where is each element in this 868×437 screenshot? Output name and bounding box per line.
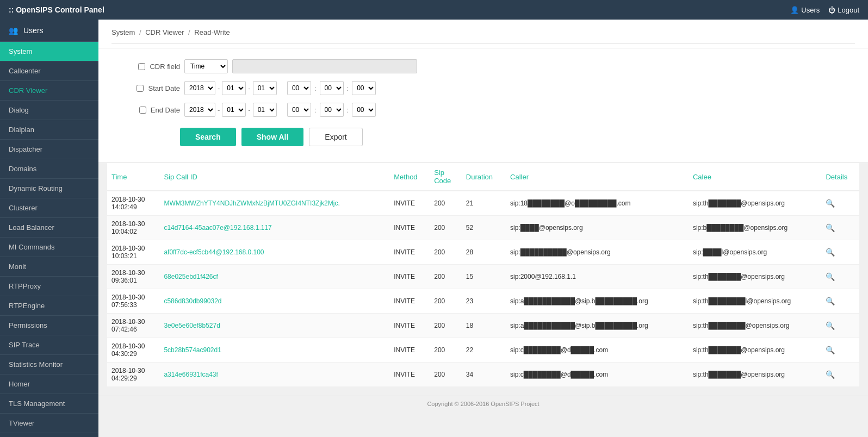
- sidebar-item-label: Domains: [9, 165, 36, 173]
- start-second-select[interactable]: 003059: [352, 81, 376, 95]
- end-colon-1: :: [314, 106, 317, 114]
- cell-caller: sip:██████████@opensips.org: [506, 240, 689, 265]
- cell-sip-code: 200: [430, 289, 462, 314]
- cell-details[interactable]: 🔍: [821, 265, 859, 289]
- sidebar-item-sip-trace[interactable]: SIP Trace: [0, 335, 98, 355]
- users-icon: 👤: [790, 6, 799, 14]
- sidebar-item-domains[interactable]: Domains: [0, 159, 98, 179]
- logout-link[interactable]: ⏻ Logout: [828, 6, 859, 14]
- breadcrumb-divider: [111, 43, 855, 43]
- search-button[interactable]: Search: [180, 128, 236, 146]
- details-icon[interactable]: 🔍: [826, 321, 835, 330]
- export-button[interactable]: Export: [309, 128, 362, 146]
- cdr-field-text-input[interactable]: [232, 59, 417, 73]
- cell-details[interactable]: 🔍: [821, 216, 859, 240]
- cell-sip-call-id[interactable]: a314e66931fca43f: [159, 363, 389, 387]
- details-icon[interactable]: 🔍: [826, 272, 835, 281]
- sidebar-item-permissions[interactable]: Permissions: [0, 316, 98, 335]
- cell-sip-call-id[interactable]: af0ff7dc-ecf5cb44@192.168.0.100: [159, 240, 389, 265]
- cell-sip-call-id[interactable]: c14d7164-45aac07e@192.168.1.117: [159, 216, 389, 240]
- cell-caller: sip:a███████████@sip.b█████████.org: [506, 314, 689, 338]
- end-second-select[interactable]: 0059: [352, 103, 376, 117]
- details-icon[interactable]: 🔍: [826, 248, 835, 257]
- sidebar-item-label: Statistics Monitor: [9, 360, 63, 369]
- start-date-part: 201820172016 - 01020304 05060708 0910111…: [184, 81, 376, 95]
- end-date-checkbox[interactable]: [139, 107, 146, 114]
- cell-details[interactable]: 🔍: [821, 191, 859, 216]
- users-link[interactable]: 👤 Users: [790, 6, 820, 14]
- details-icon[interactable]: 🔍: [826, 199, 835, 208]
- breadcrumb-part-1: System: [111, 28, 135, 36]
- sidebar-item-dynamic-routing[interactable]: Dynamic Routing: [0, 179, 98, 198]
- start-hour-select[interactable]: 00011223: [287, 81, 311, 95]
- table-row: 2018-10-30 14:02:49 MWM3MWZhYTY4NDJhZWMx…: [107, 191, 859, 216]
- cell-caller: sip:c████████@d█████.com: [506, 338, 689, 363]
- start-colon-2: :: [347, 84, 349, 92]
- sidebar-item-label: MI Commands: [9, 243, 55, 251]
- cell-sip-call-id[interactable]: 5cb28b574ac902d1: [159, 338, 389, 363]
- start-sep-1: -: [218, 84, 220, 92]
- sidebar-item-cdr-viewer[interactable]: CDR Viewer: [0, 81, 98, 101]
- start-month-select[interactable]: 01020304 05060708 09101112: [222, 81, 246, 95]
- sidebar-item-label: Dialplan: [9, 126, 34, 134]
- sidebar-users-header[interactable]: 👥 Users: [0, 20, 98, 42]
- start-year-select[interactable]: 201820172016: [184, 81, 215, 95]
- cell-duration: 28: [462, 240, 506, 265]
- end-hour-select[interactable]: 0023: [287, 103, 311, 117]
- cell-details[interactable]: 🔍: [821, 363, 859, 387]
- cell-sip-call-id[interactable]: 3e0e5e60ef8b527d: [159, 314, 389, 338]
- col-method: Method: [389, 163, 430, 191]
- sidebar-item-system[interactable]: System: [0, 42, 98, 61]
- sidebar-item-dialplan[interactable]: Dialplan: [0, 120, 98, 140]
- cell-details[interactable]: 🔍: [821, 314, 859, 338]
- cell-method: INVITE: [389, 363, 430, 387]
- cell-calee: sip:th███████@opensips.org: [689, 338, 822, 363]
- start-day-select[interactable]: 01021530: [253, 81, 277, 95]
- sidebar-item-rtpproxy[interactable]: RTPProxy: [0, 277, 98, 296]
- cell-details[interactable]: 🔍: [821, 338, 859, 363]
- details-icon[interactable]: 🔍: [826, 370, 835, 379]
- sidebar-item-clusterer[interactable]: Clusterer: [0, 198, 98, 218]
- cdr-field-select[interactable]: Time From To Duration: [184, 59, 228, 73]
- cell-calee: sip:th████████l@opensips.org: [689, 289, 822, 314]
- start-date-checkbox[interactable]: [137, 85, 144, 92]
- end-date-checkbox-label: End Date: [120, 106, 180, 114]
- sidebar-item-dispatcher[interactable]: Dispatcher: [0, 140, 98, 159]
- sidebar-item-monit[interactable]: Monit: [0, 257, 98, 277]
- cdr-field-checkbox[interactable]: [138, 63, 145, 70]
- sidebar-item-label: Monit: [9, 263, 26, 271]
- cell-time: 2018-10-30 10:04:02: [107, 216, 159, 240]
- cell-details[interactable]: 🔍: [821, 289, 859, 314]
- end-month-select[interactable]: 011012: [222, 103, 246, 117]
- sidebar-item-rtpengine[interactable]: RTPEngine: [0, 296, 98, 316]
- end-year-select[interactable]: 20182017: [184, 103, 215, 117]
- details-icon[interactable]: 🔍: [826, 346, 835, 354]
- cell-caller: sip:2000@192.168.1.1: [506, 265, 689, 289]
- sidebar-item-load-balancer[interactable]: Load Balancer: [0, 218, 98, 238]
- col-sip-code: SipCode: [430, 163, 462, 191]
- cell-calee: sip:th███████@opensips.org: [689, 265, 822, 289]
- end-minute-select[interactable]: 0059: [320, 103, 344, 117]
- sidebar-item-label: TViewer: [9, 419, 34, 427]
- cell-sip-call-id[interactable]: 68e025ebd1f426cf: [159, 265, 389, 289]
- sidebar-item-statistics-monitor[interactable]: Statistics Monitor: [0, 355, 98, 374]
- cell-calee: sip:b████████@opensips.org: [689, 216, 822, 240]
- cdr-table-area: Time Sip Call ID Method SipCode Duration…: [98, 163, 868, 396]
- sidebar-item-homer[interactable]: Homer: [0, 374, 98, 394]
- show-all-button[interactable]: Show All: [241, 128, 304, 146]
- cell-caller: sip:18████████@o█████████.com: [506, 191, 689, 216]
- col-sip-call-id: Sip Call ID: [159, 163, 389, 191]
- sidebar-item-mi-commands[interactable]: MI Commands: [0, 238, 98, 257]
- cell-sip-call-id[interactable]: MWM3MWZhYTY4NDJhZWMxNzBjMTU0ZGI4NTI3Zjk2…: [159, 191, 389, 216]
- sidebar-item-dialog[interactable]: Dialog: [0, 101, 98, 120]
- sidebar-item-tls-management[interactable]: TLS Management: [0, 394, 98, 414]
- details-icon[interactable]: 🔍: [826, 297, 835, 305]
- end-day-select[interactable]: 0130: [253, 103, 277, 117]
- cell-details[interactable]: 🔍: [821, 240, 859, 265]
- sidebar-item-callcenter[interactable]: Callcenter: [0, 61, 98, 81]
- start-minute-select[interactable]: 003059: [320, 81, 344, 95]
- cell-sip-call-id[interactable]: c586d830db99032d: [159, 289, 389, 314]
- content-area: System / CDR Viewer / Read-Write CDR fie…: [98, 20, 868, 437]
- details-icon[interactable]: 🔍: [826, 223, 835, 232]
- sidebar-item-tviewer[interactable]: TViewer: [0, 414, 98, 433]
